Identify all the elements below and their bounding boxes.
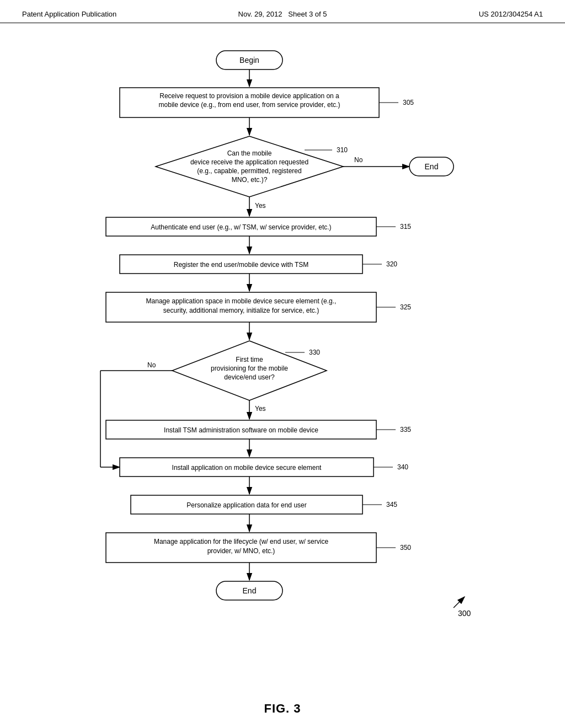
flowchart-svg: Begin Receive request to provision a mob… (34, 34, 531, 663)
svg-text:325: 325 (400, 303, 411, 311)
header-sheet: Sheet 3 of 5 (288, 10, 327, 18)
svg-text:mobile device (e.g., from end : mobile device (e.g., from end user, from… (159, 101, 340, 109)
svg-text:345: 345 (386, 501, 397, 508)
svg-marker-10 (156, 136, 343, 197)
svg-text:350: 350 (400, 544, 411, 552)
svg-text:Authenticate end user (e.g., w: Authenticate end user (e.g., w/ TSM, w/ … (151, 223, 331, 231)
svg-text:No: No (147, 361, 156, 369)
svg-text:device receive the application: device receive the application requested (190, 158, 308, 166)
svg-text:Personalize application data f: Personalize application data for end use… (186, 501, 306, 509)
svg-text:Yes: Yes (255, 202, 266, 210)
page-header: Patent Application Publication Nov. 29, … (0, 0, 565, 23)
svg-text:End: End (425, 162, 439, 171)
header-right: US 2012/304254 A1 (369, 10, 543, 18)
svg-text:First time: First time (236, 356, 263, 363)
svg-text:320: 320 (386, 260, 397, 268)
svg-text:Install application on mobile : Install application on mobile device sec… (172, 464, 322, 472)
svg-text:Yes: Yes (255, 405, 266, 413)
svg-text:Begin: Begin (239, 56, 259, 65)
svg-text:330: 330 (309, 349, 320, 356)
svg-text:End: End (243, 586, 257, 595)
svg-text:Manage application for the lif: Manage application for the lifecycle (w/… (154, 538, 328, 545)
svg-text:No: No (354, 156, 363, 164)
svg-text:(e.g., capable, permitted, reg: (e.g., capable, permitted, registered (197, 167, 301, 175)
svg-text:Register the end user/mobile d: Register the end user/mobile device with… (174, 261, 309, 269)
svg-line-74 (454, 597, 465, 608)
svg-text:Manage application space in mo: Manage application space in mobile devic… (146, 297, 337, 305)
svg-text:Can the mobile: Can the mobile (227, 149, 272, 157)
svg-text:310: 310 (337, 146, 348, 154)
svg-text:Receive request to provision a: Receive request to provision a mobile de… (159, 92, 339, 100)
svg-text:MNO, etc.)?: MNO, etc.)? (232, 176, 268, 184)
svg-text:security, additional memory, i: security, additional memory, initialize … (163, 307, 319, 314)
figure-caption: FIG. 3 (0, 702, 565, 716)
svg-text:provisioning for the mobile: provisioning for the mobile (211, 365, 288, 372)
header-center: Nov. 29, 2012 Sheet 3 of 5 (196, 10, 370, 18)
svg-text:Install TSM administration sof: Install TSM administration software on m… (164, 426, 318, 434)
svg-text:device/end user?: device/end user? (224, 373, 275, 381)
flowchart-container: Begin Receive request to provision a mob… (0, 23, 565, 696)
svg-text:provider, w/ MNO, etc.): provider, w/ MNO, etc.) (207, 547, 275, 555)
svg-text:335: 335 (400, 426, 411, 433)
header-date: Nov. 29, 2012 (238, 10, 282, 18)
header-left: Patent Application Publication (22, 10, 196, 18)
svg-text:300: 300 (458, 609, 471, 618)
svg-text:305: 305 (403, 99, 414, 106)
svg-text:315: 315 (400, 223, 411, 231)
svg-text:340: 340 (397, 463, 408, 471)
